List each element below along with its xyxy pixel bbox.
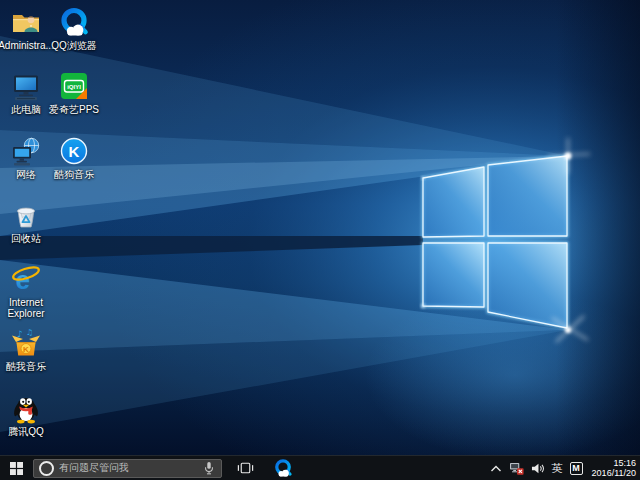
clock-time: 15:16 [613,458,636,468]
desktop-icon-qq-browser[interactable]: QQ浏览器 [46,6,102,51]
ime-language-indicator[interactable]: 英 [552,463,563,474]
windows-logo-icon [10,462,23,475]
qq-browser-icon [273,458,293,478]
kuwo-music-icon: ♪ ♫ K [10,327,42,359]
desktop-icon-tencent-qq[interactable]: 腾讯QQ [0,392,54,437]
icon-label: 回收站 [11,233,41,244]
recycle-bin-icon [10,199,42,231]
kugou-music-icon: K [58,135,90,167]
desktop-icon-iqiyi-pps[interactable]: iQIYI 爱奇艺PPS [46,70,102,115]
cortana-ring-icon [39,461,54,476]
ime-mode-badge[interactable]: M [570,462,583,475]
windows-hero-wallpaper [0,0,640,455]
cortana-search-box[interactable]: 有问题尽管问我 [33,459,222,478]
icon-label: 此电脑 [11,104,41,115]
icon-label: Internet Explorer [0,297,53,319]
iqiyi-icon: iQIYI [58,70,90,102]
icon-label: 爱奇艺PPS [49,104,99,115]
icon-label: QQ浏览器 [51,40,97,51]
qq-penguin-icon [10,392,42,424]
start-button[interactable] [0,456,32,480]
microphone-icon[interactable] [203,460,215,476]
task-view-button[interactable] [230,456,260,480]
user-folder-icon [10,6,42,38]
icon-label: 酷我音乐 [6,361,46,372]
windows-desktop-screen: Administra... QQ浏览器 [0,0,640,480]
computer-monitor-icon [10,70,42,102]
taskbar-qq-browser-button[interactable] [266,456,300,480]
desktop-icon-recycle-bin[interactable]: 回收站 [0,199,54,244]
svg-text:K: K [69,143,80,160]
svg-text:K: K [23,345,29,354]
speaker-icon[interactable] [531,462,545,475]
taskbar: 有问题尽管问我 [0,455,640,480]
svg-text:♫: ♫ [26,328,33,337]
search-placeholder-text: 有问题尽管问我 [59,461,199,475]
hidden-icons-chevron[interactable] [490,464,502,473]
desktop-icon-kuwo-music[interactable]: ♪ ♫ K 酷我音乐 [0,327,54,372]
icon-label: 腾讯QQ [8,426,44,437]
network-disconnected-icon[interactable] [509,462,524,475]
desktop-icon-kugou-music[interactable]: K 酷狗音乐 [46,135,102,180]
qq-browser-icon [58,6,90,38]
taskbar-clock[interactable]: 15:16 2016/11/20 [590,458,636,478]
desktop-wallpaper: Administra... QQ浏览器 [0,0,640,455]
svg-text:♪: ♪ [17,329,23,339]
network-globe-icon [10,135,42,167]
system-tray: 英 M 15:16 2016/11/20 [490,456,640,480]
desktop-icon-internet-explorer[interactable]: e Internet Explorer [0,263,54,319]
icon-label: 网络 [16,169,36,180]
task-view-icon [237,461,254,475]
clock-date: 2016/11/20 [592,468,636,478]
internet-explorer-icon: e [10,263,42,295]
icon-label: 酷狗音乐 [54,169,94,180]
svg-text:iQIYI: iQIYI [67,84,81,90]
